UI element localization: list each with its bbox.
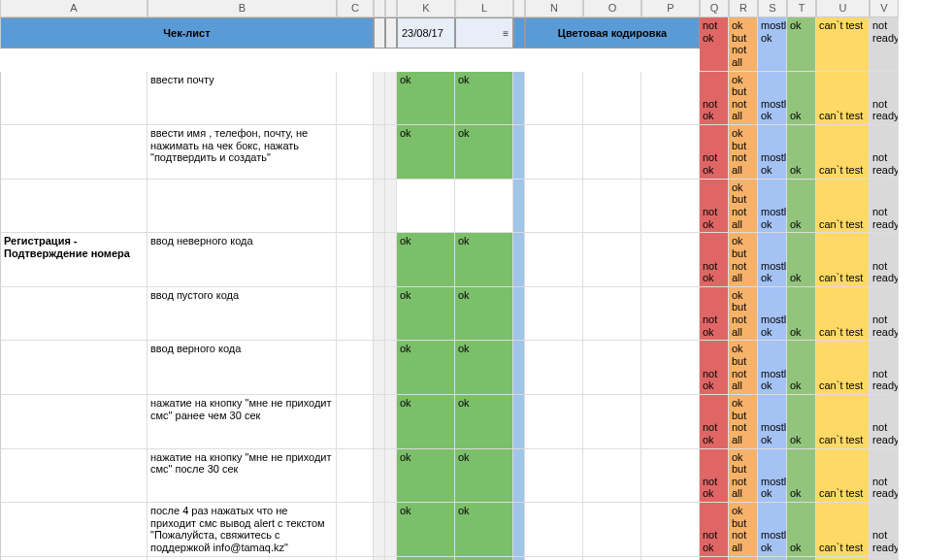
cell-C-2[interactable]	[337, 180, 374, 234]
col-header-V[interactable]: V	[870, 0, 899, 17]
cell-O-9[interactable]	[583, 557, 641, 560]
cell-R-3[interactable]: ok but not all	[729, 233, 758, 287]
cell-R-1[interactable]: ok but not all	[729, 125, 758, 180]
col-header-B[interactable]: B	[148, 0, 337, 17]
cell-N-8[interactable]	[525, 503, 583, 557]
col-group-collapse-right[interactable]	[385, 0, 397, 17]
cell-O-3[interactable]	[583, 233, 641, 287]
cell-L-1[interactable]: ok	[455, 125, 513, 180]
cell-B-7[interactable]: нажатие на кнопку "мне не приходит смс" …	[148, 449, 337, 504]
cell-O-6[interactable]	[583, 395, 641, 449]
cell-U-2[interactable]: can`t test	[816, 180, 870, 234]
cell-R-2[interactable]: ok but not all	[729, 180, 758, 234]
cell-Q-8[interactable]: not ok	[700, 503, 729, 557]
cell-N-4[interactable]	[525, 287, 583, 342]
cell-U-0[interactable]: can`t test	[816, 72, 870, 126]
cell-Q-2[interactable]: not ok	[700, 180, 729, 234]
cell-K-5[interactable]: ok	[397, 341, 455, 395]
cell-P-8[interactable]	[641, 503, 700, 557]
cell-N-9[interactable]	[525, 557, 583, 560]
cell-L-5[interactable]: ok	[455, 341, 513, 395]
cell-L-8[interactable]: ok	[455, 503, 513, 557]
col-group-collapse-left[interactable]	[374, 0, 385, 17]
cell-V-9[interactable]: not ready	[870, 557, 899, 560]
cell-L-7[interactable]: ok	[455, 449, 513, 504]
cell-U-3[interactable]: can`t test	[816, 233, 870, 287]
col-header-P[interactable]: P	[641, 0, 700, 17]
cell-V-8[interactable]: not ready	[870, 503, 899, 557]
cell-T-6[interactable]: ok	[787, 395, 816, 449]
cell-A-5[interactable]	[0, 341, 148, 395]
cell-V-3[interactable]: not ready	[870, 233, 899, 287]
cell-S-5[interactable]: mostly ok	[758, 341, 787, 395]
cell-A-3[interactable]: Регистрация - Подтверждение номера	[0, 233, 148, 287]
cell-Q-9[interactable]: not ok	[700, 557, 729, 560]
cell-Q-1[interactable]: not ok	[700, 125, 729, 180]
cell-Q-3[interactable]: not ok	[700, 233, 729, 287]
cell-A-1[interactable]	[0, 125, 148, 180]
cell-S-8[interactable]: mostly ok	[758, 503, 787, 557]
cell-V-2[interactable]: not ready	[870, 180, 899, 234]
cell-R-5[interactable]: ok but not all	[729, 341, 758, 395]
cell-U-4[interactable]: can`t test	[816, 287, 870, 342]
cell-L-6[interactable]: ok	[455, 395, 513, 449]
col-header-L[interactable]: L	[455, 0, 513, 17]
header-date[interactable]: 23/08/17	[397, 17, 455, 49]
cell-R-0[interactable]: ok but not all	[729, 72, 758, 126]
cell-T-2[interactable]: ok	[787, 180, 816, 234]
cell-K-7[interactable]: ok	[397, 449, 455, 504]
cell-C-9[interactable]	[337, 557, 374, 560]
cell-C-0[interactable]	[337, 72, 374, 126]
cell-V-5[interactable]: not ready	[870, 341, 899, 395]
cell-P-1[interactable]	[641, 125, 700, 180]
cell-O-1[interactable]	[583, 125, 641, 180]
cell-O-4[interactable]	[583, 287, 641, 342]
cell-Q-5[interactable]: not ok	[700, 341, 729, 395]
cell-A-4[interactable]	[0, 287, 148, 342]
col-header-Q[interactable]: Q	[700, 0, 729, 17]
col-header-N[interactable]: N	[525, 0, 583, 17]
cell-B-9[interactable]: проверка дизайна	[148, 557, 337, 560]
cell-U-9[interactable]: can`t test	[816, 557, 870, 560]
cell-C-6[interactable]	[337, 395, 374, 449]
cell-N-7[interactable]	[525, 449, 583, 504]
cell-B-2[interactable]	[148, 180, 337, 234]
cell-N-2[interactable]	[525, 180, 583, 234]
cell-A-2[interactable]	[0, 180, 148, 234]
spreadsheet-grid[interactable]: A B C K L N O P Q R S T U V Чек-лист 23/…	[0, 0, 952, 560]
cell-P-0[interactable]	[641, 72, 700, 126]
cell-B-8[interactable]: после 4 раз нажатых что не приходит смс …	[148, 503, 337, 557]
cell-S-4[interactable]: mostly ok	[758, 287, 787, 342]
cell-O-7[interactable]	[583, 449, 641, 504]
cell-S-7[interactable]: mostly ok	[758, 449, 787, 504]
cell-V-6[interactable]: not ready	[870, 395, 899, 449]
cell-C-8[interactable]	[337, 503, 374, 557]
cell-R-8[interactable]: ok but not all	[729, 503, 758, 557]
cell-N-1[interactable]	[525, 125, 583, 180]
cell-K-6[interactable]: ok	[397, 395, 455, 449]
cell-N-5[interactable]	[525, 341, 583, 395]
cell-T-5[interactable]: ok	[787, 341, 816, 395]
cell-R-6[interactable]: ok but not all	[729, 395, 758, 449]
cell-O-0[interactable]	[583, 72, 641, 126]
cell-L-3[interactable]: ok	[455, 233, 513, 287]
cell-T-0[interactable]: ok	[787, 72, 816, 126]
cell-Q-7[interactable]: not ok	[700, 449, 729, 504]
cell-A-9[interactable]	[0, 557, 148, 560]
col-header-R[interactable]: R	[729, 0, 758, 17]
cell-L-0[interactable]: ok	[455, 72, 513, 126]
cell-B-4[interactable]: ввод пустого кода	[148, 287, 337, 342]
cell-U-8[interactable]: can`t test	[816, 503, 870, 557]
cell-B-6[interactable]: нажатие на кнопку "мне не приходит смс" …	[148, 395, 337, 449]
cell-P-4[interactable]	[641, 287, 700, 342]
cell-B-0[interactable]: ввести почту	[148, 72, 337, 126]
cell-U-1[interactable]: can`t test	[816, 125, 870, 180]
cell-T-9[interactable]: ok	[787, 557, 816, 560]
cell-N-3[interactable]	[525, 233, 583, 287]
cell-Q-0[interactable]: not ok	[700, 72, 729, 126]
cell-U-7[interactable]: can`t test	[816, 449, 870, 504]
cell-B-3[interactable]: ввод неверного кода	[148, 233, 337, 287]
header-filter[interactable]	[455, 17, 513, 49]
cell-K-0[interactable]: ok	[397, 72, 455, 126]
cell-T-1[interactable]: ok	[787, 125, 816, 180]
